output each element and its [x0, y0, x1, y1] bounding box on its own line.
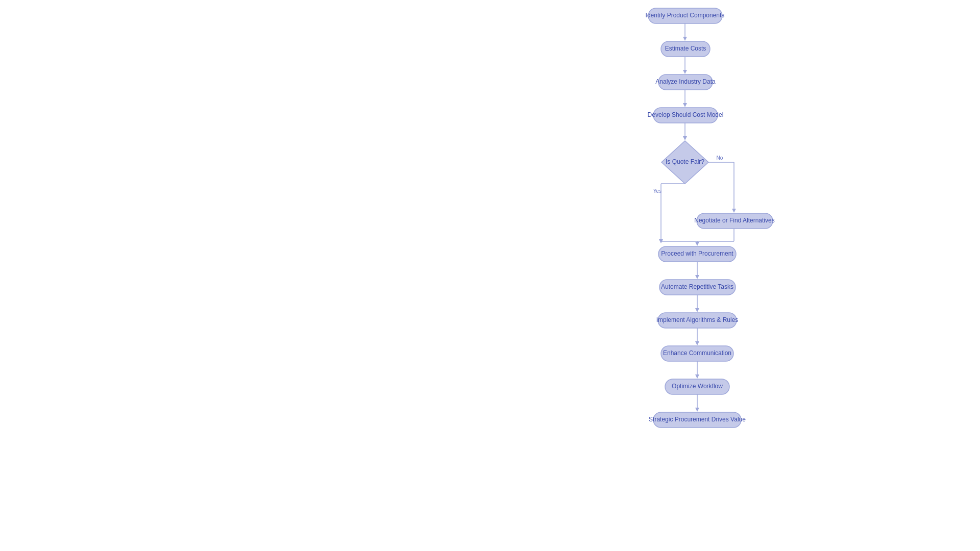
node-automate-label: Automate Repetitive Tasks [661, 283, 733, 290]
svg-marker-23 [695, 341, 699, 345]
node-develop-label: Develop Should Cost Model [648, 111, 724, 118]
node-analyze-label: Analyze Industry Data [655, 78, 716, 85]
node-estimate-label: Estimate Costs [665, 45, 706, 52]
svg-marker-17 [695, 242, 699, 246]
node-identify-label: Identify Product Components [646, 12, 725, 19]
node-decision-label: Is Quote Fair? [666, 158, 704, 165]
node-proceed-label: Proceed with Procurement [661, 250, 733, 257]
svg-marker-1 [683, 37, 687, 41]
svg-marker-13 [732, 209, 736, 213]
svg-marker-7 [683, 136, 687, 140]
node-strategic-label: Strategic Procurement Drives Value [649, 416, 746, 423]
svg-marker-3 [683, 70, 687, 74]
label-no: No [717, 155, 723, 161]
svg-marker-21 [695, 308, 699, 312]
node-enhance-label: Enhance Communication [663, 349, 731, 357]
label-yes: Yes [653, 188, 662, 194]
node-negotiate-label: Negotiate or Find Alternatives [694, 217, 774, 224]
svg-marker-25 [695, 374, 699, 379]
svg-marker-19 [695, 275, 699, 279]
node-implement-label: Implement Algorithms & Rules [656, 316, 739, 323]
svg-marker-5 [683, 103, 687, 107]
svg-marker-27 [695, 408, 699, 412]
node-optimize-label: Optimize Workflow [672, 383, 723, 390]
